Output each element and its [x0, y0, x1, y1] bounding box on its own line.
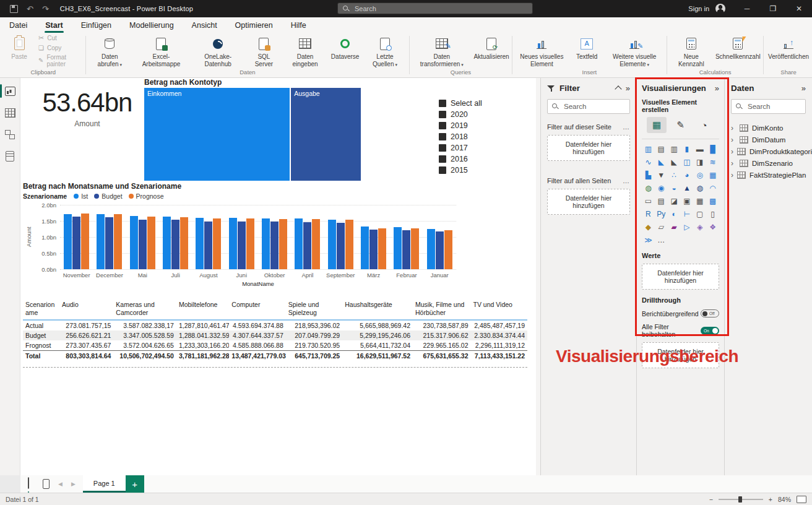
bar-ist-december[interactable] [97, 214, 105, 269]
bar-prognose-februar[interactable] [411, 228, 419, 269]
mobile-view-icon[interactable] [43, 479, 50, 489]
bar-budget-juli[interactable] [171, 220, 179, 269]
textbox-button[interactable]: Textfeld [570, 33, 603, 68]
checkbox-icon[interactable] [439, 122, 446, 129]
bar-prognose-juli[interactable] [180, 217, 188, 269]
data-table-dimszenario[interactable]: ›DimSzenario [731, 157, 806, 169]
chevron-right-icon[interactable]: › [731, 171, 733, 179]
data-search-box[interactable] [731, 99, 806, 114]
chevron-right-icon[interactable]: › [731, 147, 733, 156]
desktop-view-button[interactable] [28, 478, 29, 490]
collapse-sections-icon[interactable] [615, 85, 621, 92]
table-column-header[interactable]: Scenarion ame [23, 300, 59, 320]
bar-budget-m-rz[interactable] [369, 230, 378, 269]
visual-type-smart-narrative-icon[interactable]: ▯ [706, 209, 719, 219]
visual-type-multi-row-card-icon[interactable]: ▤ [655, 196, 668, 206]
visual-type-funnel-chart-icon[interactable]: ▼ [655, 170, 668, 180]
treemap-node-einkommen[interactable]: Einkommen [144, 88, 290, 181]
visual-type-shape-map-icon[interactable]: ◒ [668, 183, 681, 193]
visual-type-scatter-chart-icon[interactable]: ∴ [668, 170, 681, 180]
visual-type-power-apps-visual-icon[interactable]: ▰ [668, 222, 681, 232]
legend-item-budget[interactable]: Budget [94, 192, 122, 200]
visual-type-waterfall-chart-icon[interactable]: ▙ [642, 170, 655, 180]
treemap-node-ausgabe[interactable]: Ausgabe [291, 88, 361, 181]
checkbox-icon[interactable] [439, 100, 446, 107]
global-search-box[interactable] [337, 2, 533, 14]
bar-ist-april[interactable] [295, 218, 303, 269]
visual-type-kpi-icon[interactable]: ◪ [668, 196, 681, 206]
onelake-datahub-button[interactable]: OneLake-Datenhub [190, 33, 246, 68]
transform-data-button[interactable]: ✎ Daten transformieren▾ [411, 33, 472, 68]
visual-type-line-and-stacked-column-chart-icon[interactable]: ◫ [681, 157, 694, 167]
menu-tab-optimieren[interactable]: Optimieren [235, 19, 274, 32]
visual-type-clustered-bar-chart-icon[interactable]: ▥ [668, 144, 681, 154]
visual-type-treemap-icon[interactable]: ▦ [706, 170, 719, 180]
bar-budget-juni[interactable] [238, 222, 246, 269]
slicer-item-2018[interactable]: 2018 [439, 132, 482, 141]
excel-workbook-button[interactable]: Excel-Arbeitsmappe [132, 33, 190, 68]
bar-ist-februar[interactable] [394, 227, 402, 269]
bar-prognose-januar[interactable] [444, 230, 452, 269]
bar-chart-visual[interactable]: Betrag nach Monatsname und Szenarioname … [23, 182, 456, 287]
bar-ist-oktober[interactable] [262, 218, 270, 269]
collapse-pane-icon[interactable]: » [715, 84, 719, 93]
global-search-input[interactable] [353, 4, 527, 13]
build-visual-tab[interactable]: ▦ [647, 117, 667, 133]
bar-prognose-august[interactable] [213, 218, 221, 269]
table-column-header[interactable]: Computer [229, 300, 285, 320]
restore-button[interactable]: ❐ [760, 0, 786, 17]
all-pages-filter-dropzone[interactable]: Datenfelder hier hinzufügen [547, 189, 630, 215]
data-table-dimdatum[interactable]: ›DimDatum [731, 134, 806, 145]
more-options-icon[interactable]: … [623, 123, 630, 131]
checkbox-icon[interactable] [439, 111, 446, 118]
table-column-header[interactable]: Audio [59, 300, 113, 320]
table-column-header[interactable]: Musik, Filme und Hörbücher [413, 300, 470, 320]
data-table-dimproduktkategorie[interactable]: ›DimProduktkategorie [731, 145, 806, 157]
visual-type-r-script-visual-icon[interactable]: R [642, 209, 655, 219]
refresh-button[interactable]: ⟳ Aktualisieren [472, 33, 510, 68]
next-page-arrow-icon[interactable]: ▶ [71, 481, 76, 487]
bar-prognose-november[interactable] [81, 214, 89, 269]
treemap-visual[interactable]: Betrag nach Kontotyp EinkommenAusgabe [144, 78, 361, 181]
data-search-input[interactable] [746, 102, 801, 111]
bar-ist-juli[interactable] [163, 217, 171, 269]
table-column-header[interactable]: Kameras und Camcorder [113, 300, 176, 320]
new-measure-button[interactable]: Neue Kennzahl [668, 33, 714, 68]
sql-server-button[interactable]: SQL Server [246, 33, 282, 68]
table-column-header[interactable]: Haushaltsgeräte [342, 300, 413, 320]
bar-ist-mai[interactable] [130, 216, 138, 269]
bar-ist-november[interactable] [64, 214, 72, 269]
bar-prognose-september[interactable] [345, 220, 353, 269]
slicer-item-2016[interactable]: 2016 [439, 155, 482, 163]
visual-type-stacked-column-chart-icon[interactable]: ▤ [655, 144, 668, 154]
visual-type-metrics-icon[interactable]: ◆ [642, 222, 655, 232]
report-view-button[interactable] [0, 82, 20, 100]
table-visual[interactable]: Scenarion ameAudioKameras und CamcorderM… [23, 300, 527, 368]
table-row-frognost[interactable]: Frognost273.307.435.673.572.004.626.651,… [23, 340, 527, 351]
quick-measure-button[interactable]: Schnellkennzahl [714, 33, 762, 68]
visual-type-filled-map-icon[interactable]: ◉ [655, 183, 668, 193]
legend-item-ist[interactable]: Ist [74, 192, 88, 200]
filter-search-input[interactable] [563, 102, 625, 111]
cross-report-toggle[interactable]: Off [701, 309, 719, 317]
visual-type-azure-map-icon[interactable]: ▲ [681, 183, 694, 193]
checkbox-icon[interactable] [439, 155, 446, 163]
bar-prognose-juni[interactable] [246, 218, 254, 269]
bar-ist-september[interactable] [328, 220, 336, 269]
add-page-button[interactable]: + [126, 475, 144, 493]
sign-in-button[interactable]: Sign in [682, 5, 715, 12]
bar-budget-mai[interactable] [139, 220, 147, 269]
bar-prognose-oktober[interactable] [279, 219, 287, 269]
visual-type-power-automate-flow-icon[interactable]: ≫ [642, 235, 655, 245]
canvas-scrollbar[interactable] [536, 78, 540, 475]
visual-type-map-icon[interactable]: ◍ [642, 183, 655, 193]
close-button[interactable]: ✕ [786, 0, 812, 17]
visual-type-python-visual-icon[interactable]: Py [655, 209, 668, 219]
bar-budget-april[interactable] [303, 222, 311, 269]
cut-button[interactable]: ✂Cut [38, 34, 82, 42]
bar-budget-oktober[interactable] [270, 222, 279, 269]
menu-tab-hilfe[interactable]: Hilfe [290, 19, 307, 32]
fit-to-page-icon[interactable] [797, 496, 806, 503]
bar-prognose-december[interactable] [114, 214, 122, 269]
table-column-header[interactable]: Mobiltelefone [176, 300, 229, 320]
